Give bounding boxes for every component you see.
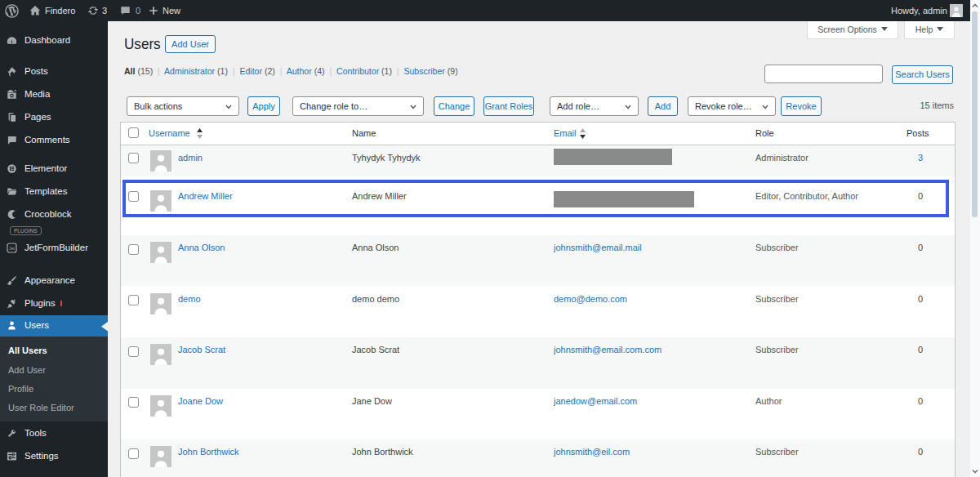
svg-text:Jet: Jet — [9, 245, 15, 250]
